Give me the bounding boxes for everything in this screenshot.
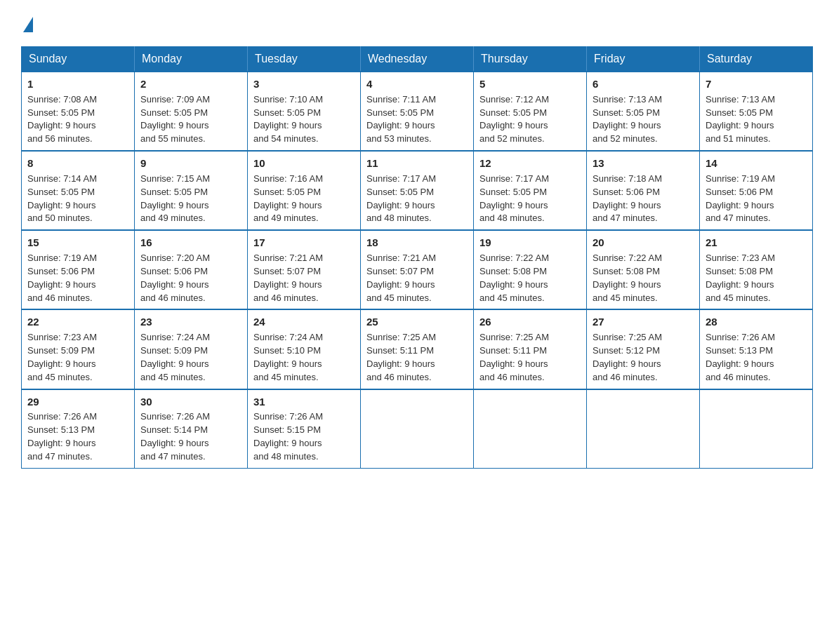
calendar-cell: 21Sunrise: 7:23 AMSunset: 5:08 PMDayligh…: [700, 230, 813, 309]
calendar-cell: 7Sunrise: 7:13 AMSunset: 5:05 PMDaylight…: [700, 72, 813, 151]
day-number: 15: [27, 235, 128, 250]
calendar-cell: 20Sunrise: 7:22 AMSunset: 5:08 PMDayligh…: [587, 230, 700, 309]
day-info: Sunrise: 7:22 AMSunset: 5:08 PMDaylight:…: [593, 253, 662, 303]
day-number: 3: [253, 76, 355, 92]
calendar-cell: 14Sunrise: 7:19 AMSunset: 5:06 PMDayligh…: [700, 151, 813, 230]
calendar-cell: 27Sunrise: 7:25 AMSunset: 5:12 PMDayligh…: [587, 309, 700, 389]
day-number: 24: [253, 314, 355, 330]
weekday-header-friday: Friday: [587, 47, 700, 72]
day-info: Sunrise: 7:23 AMSunset: 5:09 PMDaylight:…: [27, 332, 97, 382]
day-info: Sunrise: 7:24 AMSunset: 5:09 PMDaylight:…: [140, 332, 210, 382]
day-info: Sunrise: 7:16 AMSunset: 5:05 PMDaylight:…: [253, 173, 323, 224]
calendar-cell: 29Sunrise: 7:26 AMSunset: 5:13 PMDayligh…: [22, 389, 135, 469]
calendar-cell: 12Sunrise: 7:17 AMSunset: 5:05 PMDayligh…: [474, 151, 587, 230]
logo-triangle-icon: [23, 17, 33, 32]
calendar-cell: 4Sunrise: 7:11 AMSunset: 5:05 PMDaylight…: [361, 72, 474, 151]
day-info: Sunrise: 7:24 AMSunset: 5:10 PMDaylight:…: [253, 332, 323, 382]
day-info: Sunrise: 7:17 AMSunset: 5:05 PMDaylight:…: [479, 173, 549, 224]
day-info: Sunrise: 7:08 AMSunset: 5:05 PMDaylight:…: [27, 94, 97, 145]
day-number: 13: [593, 156, 694, 171]
day-number: 11: [366, 156, 468, 171]
day-info: Sunrise: 7:21 AMSunset: 5:07 PMDaylight:…: [366, 253, 436, 303]
day-info: Sunrise: 7:22 AMSunset: 5:08 PMDaylight:…: [479, 253, 549, 303]
week-row-4: 22Sunrise: 7:23 AMSunset: 5:09 PMDayligh…: [22, 309, 813, 389]
day-number: 9: [140, 156, 241, 171]
calendar-cell: 31Sunrise: 7:26 AMSunset: 5:15 PMDayligh…: [248, 389, 361, 469]
weekday-header-row: SundayMondayTuesdayWednesdayThursdayFrid…: [22, 47, 813, 72]
day-number: 17: [253, 235, 355, 250]
weekday-header-tuesday: Tuesday: [248, 47, 361, 72]
day-info: Sunrise: 7:13 AMSunset: 5:05 PMDaylight:…: [706, 94, 775, 145]
calendar-cell: 8Sunrise: 7:14 AMSunset: 5:05 PMDaylight…: [22, 151, 135, 230]
day-number: 29: [27, 394, 128, 410]
calendar-cell: 15Sunrise: 7:19 AMSunset: 5:06 PMDayligh…: [22, 230, 135, 309]
calendar-cell: 24Sunrise: 7:24 AMSunset: 5:10 PMDayligh…: [248, 309, 361, 389]
week-row-2: 8Sunrise: 7:14 AMSunset: 5:05 PMDaylight…: [22, 151, 813, 230]
calendar-cell: 30Sunrise: 7:26 AMSunset: 5:14 PMDayligh…: [135, 389, 248, 469]
week-row-1: 1Sunrise: 7:08 AMSunset: 5:05 PMDaylight…: [22, 72, 813, 151]
day-number: 10: [253, 156, 355, 171]
calendar-cell: 11Sunrise: 7:17 AMSunset: 5:05 PMDayligh…: [361, 151, 474, 230]
weekday-header-saturday: Saturday: [700, 47, 813, 72]
calendar-cell: 19Sunrise: 7:22 AMSunset: 5:08 PMDayligh…: [474, 230, 587, 309]
day-number: 31: [253, 394, 355, 410]
calendar-cell: 28Sunrise: 7:26 AMSunset: 5:13 PMDayligh…: [700, 309, 813, 389]
day-number: 16: [140, 235, 241, 250]
day-info: Sunrise: 7:21 AMSunset: 5:07 PMDaylight:…: [253, 253, 323, 303]
day-info: Sunrise: 7:09 AMSunset: 5:05 PMDaylight:…: [140, 94, 210, 145]
day-number: 21: [706, 235, 807, 250]
week-row-3: 15Sunrise: 7:19 AMSunset: 5:06 PMDayligh…: [22, 230, 813, 309]
calendar-cell: [361, 389, 474, 469]
day-number: 22: [27, 314, 128, 330]
day-info: Sunrise: 7:19 AMSunset: 5:06 PMDaylight:…: [27, 253, 97, 303]
calendar-cell: [474, 389, 587, 469]
weekday-header-monday: Monday: [135, 47, 248, 72]
calendar-cell: 9Sunrise: 7:15 AMSunset: 5:05 PMDaylight…: [135, 151, 248, 230]
day-info: Sunrise: 7:26 AMSunset: 5:14 PMDaylight:…: [140, 411, 210, 462]
calendar-cell: 13Sunrise: 7:18 AMSunset: 5:06 PMDayligh…: [587, 151, 700, 230]
calendar-cell: 23Sunrise: 7:24 AMSunset: 5:09 PMDayligh…: [135, 309, 248, 389]
day-number: 14: [706, 156, 807, 171]
day-info: Sunrise: 7:11 AMSunset: 5:05 PMDaylight:…: [366, 94, 436, 145]
day-info: Sunrise: 7:19 AMSunset: 5:06 PMDaylight:…: [706, 173, 775, 224]
day-number: 4: [366, 76, 468, 92]
calendar-cell: 1Sunrise: 7:08 AMSunset: 5:05 PMDaylight…: [22, 72, 135, 151]
day-info: Sunrise: 7:17 AMSunset: 5:05 PMDaylight:…: [366, 173, 436, 224]
day-info: Sunrise: 7:13 AMSunset: 5:05 PMDaylight:…: [593, 94, 662, 145]
day-info: Sunrise: 7:26 AMSunset: 5:13 PMDaylight:…: [706, 332, 775, 382]
page-header: [21, 14, 813, 34]
day-number: 23: [140, 314, 241, 330]
logo: [21, 14, 33, 34]
day-info: Sunrise: 7:20 AMSunset: 5:06 PMDaylight:…: [140, 253, 210, 303]
day-number: 1: [27, 76, 128, 92]
day-info: Sunrise: 7:26 AMSunset: 5:15 PMDaylight:…: [253, 411, 323, 462]
calendar-cell: 6Sunrise: 7:13 AMSunset: 5:05 PMDaylight…: [587, 72, 700, 151]
weekday-header-wednesday: Wednesday: [361, 47, 474, 72]
day-number: 20: [593, 235, 694, 250]
day-info: Sunrise: 7:12 AMSunset: 5:05 PMDaylight:…: [479, 94, 549, 145]
day-number: 5: [479, 76, 581, 92]
day-number: 6: [593, 76, 694, 92]
day-info: Sunrise: 7:18 AMSunset: 5:06 PMDaylight:…: [593, 173, 662, 224]
day-number: 12: [479, 156, 581, 171]
day-info: Sunrise: 7:14 AMSunset: 5:05 PMDaylight:…: [27, 173, 97, 224]
calendar-cell: 22Sunrise: 7:23 AMSunset: 5:09 PMDayligh…: [22, 309, 135, 389]
day-info: Sunrise: 7:25 AMSunset: 5:11 PMDaylight:…: [366, 332, 436, 382]
day-number: 26: [479, 314, 581, 330]
calendar-cell: 18Sunrise: 7:21 AMSunset: 5:07 PMDayligh…: [361, 230, 474, 309]
day-number: 8: [27, 156, 128, 171]
day-info: Sunrise: 7:23 AMSunset: 5:08 PMDaylight:…: [706, 253, 775, 303]
day-number: 19: [479, 235, 581, 250]
weekday-header-thursday: Thursday: [474, 47, 587, 72]
day-number: 7: [706, 76, 807, 92]
day-number: 27: [593, 314, 694, 330]
day-number: 18: [366, 235, 468, 250]
day-info: Sunrise: 7:15 AMSunset: 5:05 PMDaylight:…: [140, 173, 210, 224]
day-info: Sunrise: 7:25 AMSunset: 5:12 PMDaylight:…: [593, 332, 662, 382]
day-number: 25: [366, 314, 468, 330]
week-row-5: 29Sunrise: 7:26 AMSunset: 5:13 PMDayligh…: [22, 389, 813, 469]
calendar-table: SundayMondayTuesdayWednesdayThursdayFrid…: [21, 46, 813, 469]
day-number: 30: [140, 394, 241, 410]
calendar-cell: [700, 389, 813, 469]
calendar-cell: 2Sunrise: 7:09 AMSunset: 5:05 PMDaylight…: [135, 72, 248, 151]
